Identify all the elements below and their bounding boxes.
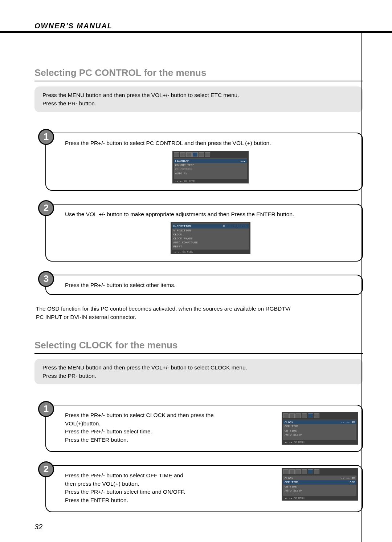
- osd-row-value: •••: [240, 159, 245, 163]
- step-number-1: 1: [38, 401, 54, 417]
- intro-text: Press the PR- button.: [42, 99, 355, 108]
- intro-text: Press the MENU button and then press the…: [42, 91, 355, 99]
- note-line: PC INPUT or DVI-IN external connector.: [36, 313, 363, 321]
- osd-row-label: AUTO AV: [175, 172, 188, 175]
- osd-row-label: AUTO SLEEP: [285, 433, 302, 436]
- osd-footer: •• •• OK MENU: [283, 440, 356, 444]
- section1-step1: 1 Press the PR+/- button to select PC CO…: [45, 133, 363, 191]
- osd-row-label: PC CONTROL: [175, 167, 193, 171]
- osd-screenshot: CLOCK--:-- AM OFF TIME ON TIME AUTO SLEE…: [282, 412, 358, 445]
- note-line: The OSD function for this PC control bec…: [36, 304, 363, 313]
- step-text: then press the VOL(+) button.: [65, 480, 239, 488]
- osd-row-label: OFF TIME: [285, 425, 298, 428]
- osd-row-label: AUTO SLEEP: [285, 489, 302, 492]
- step-text: Press the PR+/- button to select CLOCK a…: [65, 411, 239, 428]
- osd-row-label: CLOCK: [285, 477, 293, 480]
- step-text: Press the ENTER button.: [65, 496, 239, 504]
- section1-step2: 2 Use the VOL +/- button to make appropr…: [45, 204, 363, 262]
- osd-row-value: --:-- AM: [341, 477, 355, 480]
- page-number: 32: [34, 523, 42, 531]
- osd-row-value: OFF: [350, 481, 355, 484]
- osd-screenshot: CLOCK--:-- AM OFF TIMEOFF ON TIME AUTO S…: [282, 468, 358, 501]
- section1-title: Selecting PC CONTROL for the menus: [34, 67, 363, 81]
- osd-screenshot: H------|------ H-POSITION V-POSITION CLO…: [171, 222, 250, 254]
- section2-title: Selecting CLOCK for the menus: [34, 340, 363, 354]
- osd-row-label: LANGUAGE: [175, 159, 189, 163]
- osd-row-label: COLOUR TEMP: [175, 163, 195, 167]
- section1-intro: Press the MENU button and then press the…: [34, 86, 363, 112]
- section1-note: The OSD function for this PC control bec…: [36, 304, 363, 321]
- osd-row-label: ON TIME: [285, 429, 297, 432]
- osd-row-label: H-POSITION: [173, 225, 191, 228]
- osd-row-label: OFF TIME: [285, 481, 298, 484]
- osd-row-label: RESET: [173, 245, 182, 248]
- osd-row-label: AUTO CONFIGURE: [173, 241, 198, 244]
- osd-footer: •• •• OK MENU: [174, 179, 247, 183]
- osd-screenshot: LANGUAGE••• COLOUR TEMP PC CONTROL AUTO …: [172, 151, 249, 183]
- osd-slider: H------|------: [223, 224, 247, 227]
- intro-text: Press the PR- button.: [42, 372, 355, 380]
- step-number-1: 1: [38, 129, 54, 145]
- section2-step2: 2 Press the PR+/- button to select OFF T…: [45, 465, 363, 512]
- section2-step1: 1 Press the PR+/- button to select CLOCK…: [45, 405, 363, 452]
- step-text: Press the PR+/- button to select OFF TIM…: [65, 472, 239, 480]
- osd-footer: •• •• OK MENU: [283, 496, 356, 500]
- header-rule: [0, 31, 392, 33]
- osd-row-label: CLOCK: [285, 421, 293, 424]
- intro-text: Press the MENU button and then press the…: [42, 363, 355, 372]
- step-text: Press the PR+/- button to select other i…: [65, 281, 356, 289]
- section2-intro: Press the MENU button and then press the…: [34, 359, 363, 385]
- osd-footer: •• •• OK MENU: [172, 250, 249, 254]
- step-text: Press the ENTER button.: [65, 436, 239, 444]
- step-text: Press the PR+/- button to select PC CONT…: [65, 139, 356, 147]
- step-text: Press the PR+/- button select time and O…: [65, 488, 239, 496]
- step-text: Use the VOL +/- button to make appropria…: [65, 210, 356, 218]
- osd-row-label: CLOCK: [173, 233, 182, 236]
- step-number-2: 2: [38, 200, 54, 216]
- osd-row-label: V-POSITION: [173, 229, 191, 232]
- osd-row-value: --:-- AM: [341, 421, 355, 424]
- step-number-2: 2: [38, 461, 54, 477]
- step-text: Press the PR+/- button select time.: [65, 428, 239, 436]
- step-number-3: 3: [38, 271, 54, 287]
- osd-row-label: ON TIME: [285, 485, 297, 488]
- section1-step3: 3 Press the PR+/- button to select other…: [45, 275, 363, 295]
- osd-row-label: CLOCK PHASE: [173, 237, 193, 240]
